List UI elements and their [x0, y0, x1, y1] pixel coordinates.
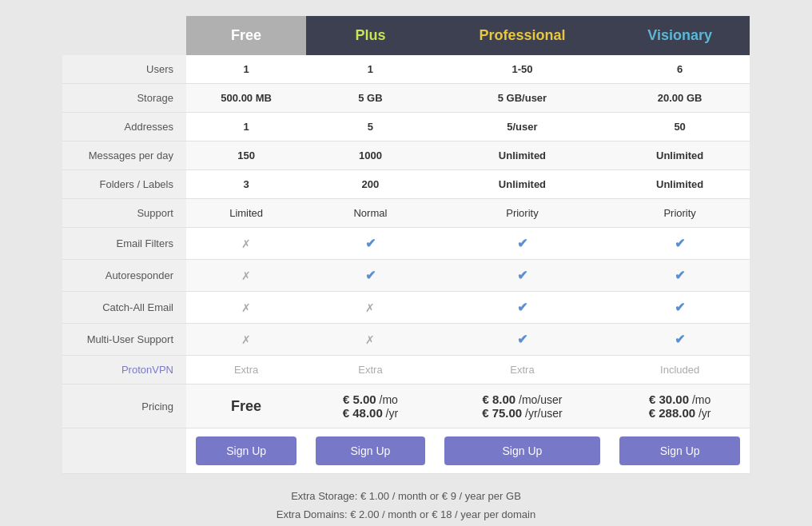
visionary-signup-cell: Sign Up	[610, 428, 750, 474]
free-cell: 3	[186, 170, 306, 199]
professional-cell: 5 GB/user	[435, 84, 611, 113]
cell-value: Unlimited	[499, 178, 546, 190]
cell-value: 150	[237, 149, 255, 161]
free-cell: Extra	[186, 356, 306, 385]
table-row: Folders / Labels3200UnlimitedUnlimited	[62, 170, 750, 199]
check-icon: ✔	[365, 237, 376, 250]
cell-value: Normal	[353, 207, 387, 219]
visionary-cell: 50	[610, 113, 750, 141]
professional-cell: Priority	[435, 199, 611, 228]
header-professional: Professional	[435, 16, 611, 55]
visionary-cell: Priority	[610, 199, 750, 228]
plus-cell: 5 GB	[306, 84, 434, 113]
cell-value: Priority	[663, 207, 695, 219]
check-icon: ✔	[517, 301, 527, 314]
extra-value: Extra	[358, 364, 382, 376]
cell-value: 500.00 MB	[221, 92, 272, 104]
professional-cell: 1-50	[435, 55, 611, 84]
cell-value: 50	[674, 121, 685, 133]
professional-cell: Unlimited	[435, 170, 611, 199]
free-price-cell: Free	[186, 385, 306, 428]
visionary-cell: ✔	[610, 292, 750, 324]
table-row: Storage500.00 MB5 GB5 GB/user20.00 GB	[62, 84, 750, 113]
professional-cell: ✔	[435, 292, 611, 324]
free-cell: ✗	[186, 260, 306, 292]
cell-value: 5	[368, 121, 373, 133]
cell-value: 5/user	[507, 121, 537, 133]
table-row: ProtonVPNExtraExtraExtraIncluded	[62, 356, 750, 385]
free-signup-cell: Sign Up	[186, 428, 306, 474]
table-row: Addresses155/user50	[62, 113, 750, 141]
cross-icon: ✗	[241, 237, 251, 250]
cell-value: 200	[362, 178, 380, 190]
free-price-value: Free	[231, 398, 261, 414]
plus-plan-label: Plus	[355, 27, 385, 43]
free-cell: 1	[186, 55, 306, 84]
signup-row: Sign Up Sign Up Sign Up Sign Up	[62, 428, 750, 474]
visionary-cell: 20.00 GB	[610, 84, 750, 113]
free-cell: ✗	[186, 324, 306, 356]
cell-value: Unlimited	[499, 149, 546, 161]
visionary-price-mo: € 30.00 /mo	[619, 393, 740, 406]
cross-icon: ✗	[365, 333, 375, 346]
free-cell: ✗	[186, 292, 306, 324]
pricing-container: Free Plus Professional Visionary Users11…	[62, 16, 750, 526]
visionary-cell: ✔	[610, 228, 750, 260]
check-icon: ✔	[675, 269, 685, 282]
check-icon: ✔	[517, 333, 527, 346]
free-plan-label: Free	[231, 27, 261, 43]
cell-value: Limited	[229, 207, 263, 219]
plus-price-mo: € 5.00 /mo	[316, 393, 424, 406]
pro-price-mo: € 8.00 /mo/user	[444, 393, 601, 406]
plus-cell: 1	[306, 55, 434, 84]
cross-icon: ✗	[365, 301, 375, 314]
free-cell: 150	[186, 141, 306, 170]
pricing-label: Pricing	[62, 385, 186, 428]
table-row: Email Filters✗✔✔✔	[62, 228, 750, 260]
row-label: Catch-All Email	[62, 292, 186, 324]
pricing-table: Free Plus Professional Visionary Users11…	[62, 16, 750, 474]
cross-icon: ✗	[241, 333, 251, 346]
visionary-cell: 6	[610, 55, 750, 84]
cell-value: 3	[244, 178, 249, 190]
professional-plan-label: Professional	[479, 27, 565, 43]
free-signup-button[interactable]: Sign Up	[196, 436, 297, 465]
free-cell: 1	[186, 113, 306, 141]
protonvpn-link[interactable]: ProtonVPN	[121, 364, 173, 376]
footer-line2: Extra Domains: € 2.00 / month or € 18 / …	[62, 505, 750, 524]
cell-value: 1-50	[511, 63, 532, 75]
row-label: Multi-User Support	[62, 324, 186, 356]
table-row: Users111-506	[62, 55, 750, 84]
professional-signup-cell: Sign Up	[435, 428, 611, 474]
visionary-signup-button[interactable]: Sign Up	[619, 436, 740, 465]
pro-price-yr: € 75.00 /yr/user	[444, 406, 601, 420]
cross-icon: ✗	[241, 301, 251, 314]
professional-signup-button[interactable]: Sign Up	[444, 436, 601, 465]
cross-icon: ✗	[241, 269, 251, 282]
professional-cell: Unlimited	[435, 141, 611, 170]
visionary-cell: ✔	[610, 260, 750, 292]
cell-value: 5 GB	[358, 92, 382, 104]
header-plus: Plus	[306, 16, 434, 55]
cell-value: 20.00 GB	[658, 92, 703, 104]
table-row: Catch-All Email✗✗✔✔	[62, 292, 750, 324]
row-label: Autoresponder	[62, 260, 186, 292]
cell-value: 1000	[359, 149, 382, 161]
plus-cell: ✗	[306, 292, 434, 324]
check-icon: ✔	[365, 269, 376, 282]
plus-signup-cell: Sign Up	[306, 428, 434, 474]
footer-notes: Extra Storage: € 1.00 / month or € 9 / y…	[62, 487, 750, 526]
professional-cell: ✔	[435, 260, 611, 292]
pricing-row: Pricing Free € 5.00 /mo € 48.00 /yr € 8.…	[62, 385, 750, 428]
plus-signup-button[interactable]: Sign Up	[316, 436, 424, 465]
extra-value: Extra	[510, 364, 534, 376]
visionary-cell: Unlimited	[610, 141, 750, 170]
professional-cell: ✔	[435, 228, 611, 260]
plus-cell: 200	[306, 170, 434, 199]
table-row: Multi-User Support✗✗✔✔	[62, 324, 750, 356]
cell-value: Priority	[506, 207, 538, 219]
free-cell: 500.00 MB	[186, 84, 306, 113]
plus-price-cell: € 5.00 /mo € 48.00 /yr	[306, 385, 434, 428]
row-label: Users	[62, 55, 186, 84]
free-cell: Limited	[186, 199, 306, 228]
